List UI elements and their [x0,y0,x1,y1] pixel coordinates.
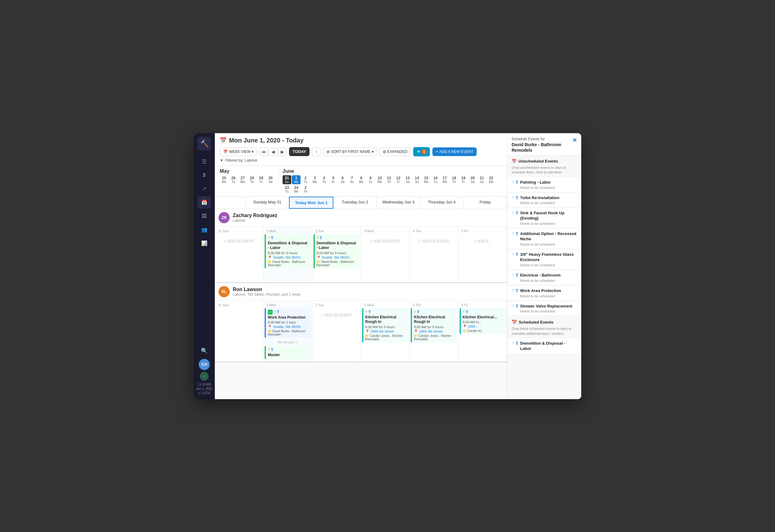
unscheduled-event-sink[interactable]: ⠿ T Sink & Faucet Hook Up (Existing) Nee… [507,208,581,228]
sidebar-item-dollar[interactable]: $ [197,169,211,181]
check-status[interactable]: ✓ [200,372,209,381]
unscheduled-event-niche[interactable]: ⠿ T Additional Option - Recessed Niche N… [507,229,581,249]
unscheduled-event-glass[interactable]: ⠿ T 3/8" Heavy Frameless Glass Enclosure… [507,249,581,270]
june-day-21[interactable]: 21Su [478,175,486,184]
june-day-24[interactable]: 24We [292,185,300,194]
drag-dots-icon: ⠿ [414,310,416,314]
june-day-10[interactable]: 10We [375,175,384,184]
sidebar-item-image[interactable]: 🖼 [197,210,211,222]
sort-button[interactable]: ⊞ SORT BY FIRST NAME ▾ [323,147,377,156]
june-day-7[interactable]: 7Su [347,175,356,184]
ron-event-protection-mon[interactable]: ✓ ⠿ T Work Area Protection 8:00 AM for 1… [265,308,310,338]
june-day-11[interactable]: 11Th [385,175,394,184]
sidebar-item-people[interactable]: 👥 [197,223,211,236]
ron-event-kitchen-wed[interactable]: ⠿ T Kitchen Electrical Rough In 8:00 AM … [362,308,408,343]
may-day-27[interactable]: 27We [238,175,247,184]
nav-first-button[interactable]: ⏮ [259,147,268,156]
event-name: Sink & Faucet Hook Up (Existing) [520,210,577,221]
thirty-min-button[interactable]: 30 minutes + [265,339,310,345]
day-num-mon: 1 Mon [265,228,310,234]
plus-icon: + [436,149,438,154]
expanded-button[interactable]: ⊞ EXPANDED [379,147,411,156]
nav-next-button[interactable]: ▶ [278,147,286,156]
sidebar-item-chart[interactable]: 📊 [197,237,211,249]
event-name: Painting - Labor [520,180,555,185]
may-day-26[interactable]: 26Tu [229,175,238,184]
task-type-icon: T [516,231,519,236]
chart-icon: 📊 [201,240,207,246]
search-icon[interactable]: 🔍 [198,345,210,357]
unscheduled-event-toilet[interactable]: ⠿ T Toilet Re-Installation Needs to be s… [507,193,581,208]
ron-event-kitchen-thu[interactable]: ⠿ T Kitchen Electrical Rough In 8:00 AM … [411,308,457,343]
zachary-event-project-mon: 📁 David Burke - Bathroom Remodel~ [268,260,308,267]
zachary-add-event-sun[interactable]: + ADD AN EVENT [216,236,262,246]
app-logo[interactable]: 🔨 [197,137,211,150]
sort-icon-button[interactable]: ↕ [312,147,321,156]
header-title-row: 📅 Mon June 1, 2020 - Today [220,137,502,144]
filter-badge: 1 [422,149,427,154]
add-event-header-button[interactable]: + ADD A NEW EVENT [433,147,477,156]
ron-days: 31 Sun 1 Mon ✓ ⠿ T Work Area Protection [215,301,507,362]
zachary-event-demolition-tue[interactable]: ⠿ T Demolition & Disposal - Labor 8:00 A… [313,234,359,269]
unscheduled-event-electrical[interactable]: ⠿ T Electrical - Bathroom Needs to be sc… [507,270,581,285]
zachary-day-thu: 4 Thu + ADD AN EVENT [410,227,458,283]
june-day-14[interactable]: 14Su [413,175,421,184]
sidebar-item-calendar[interactable]: 📅 [197,196,211,209]
unscheduled-event-shower[interactable]: ⠿ T Shower Valve Replacement Needs to be… [507,301,581,316]
june-day-13[interactable]: 13Sa [403,175,412,184]
may-days-grid: 25Mo 26Tu 27We 28Th 29Fr 30Sa [220,175,275,184]
task-type-icon: T [516,273,519,278]
june-day-2b[interactable]: 2Th [301,185,310,194]
zachary-info: Zachary Rodriguez Laborer [233,213,277,223]
june-day-22[interactable]: 22Mo [487,175,496,184]
ron-event-kitchen-fri[interactable]: ⠿ T Kitchen Electrical... 8:00 AM fo... … [460,308,506,335]
unscheduled-event-painting[interactable]: ⠿ T Painting - Labor Needs to be schedul… [507,177,581,192]
filter-button[interactable]: ▼ 1 [413,147,430,156]
week-view-button[interactable]: 📅 WEEK VIEW ▾ [220,147,257,156]
zachary-add-event-thu[interactable]: + ADD AN EVENT [411,236,457,246]
close-button[interactable]: ✕ [572,137,577,144]
ron-event-kitchen-location-thu: 📍 2866 5th Street [414,330,455,334]
sidebar-item-list[interactable]: ☰ [197,155,211,168]
june-day-20[interactable]: 20Sa [468,175,477,184]
june-day-3[interactable]: 3We [310,175,319,184]
may-day-25[interactable]: 25Mo [220,175,228,184]
june-day-15[interactable]: 15Mo [422,175,431,184]
june-day-2[interactable]: 2Tu [301,175,310,184]
scheduled-event-demolition[interactable]: ⠿ T Demolition & Disposal - Labor [507,339,581,354]
today-button[interactable]: TODAY [289,147,309,156]
june-day-16[interactable]: 16Tu [431,175,440,184]
june-day-5[interactable]: 5Fr [329,175,338,184]
nav-prev-button[interactable]: ◀ [269,147,277,156]
unscheduled-event-protection[interactable]: ⠿ T Work Area Protection Needs to be sch… [507,286,581,301]
task-type-icon: T [516,180,519,185]
june-day-4[interactable]: 4Th [320,175,328,184]
zachary-event-demolition-mon[interactable]: ⠿ T Demolition & Disposal - Labor 8:00 A… [265,234,310,269]
zachary-add-event-fri[interactable]: + ADD A... [460,236,506,246]
june-day-9[interactable]: 9Tu [366,175,375,184]
june-day-23[interactable]: 23Tu [282,185,291,194]
ron-event-kitchen-project-thu: 📁 Carolyn Jones - Kitchen Remodels [414,334,455,341]
may-day-30[interactable]: 30Sa [266,175,275,184]
ron-add-event-tue[interactable]: + ADD AN EVENT [313,311,359,320]
june-day-1[interactable]: 1Mo [292,175,300,184]
right-panel: Schedule Events for David Burke - Bathro… [507,133,581,399]
ron-event-master-mon[interactable]: ⠿ T Master [265,346,310,359]
nav-arrows: ⏮ ◀ ▶ [259,147,286,156]
june-day-31[interactable]: 31Su [282,175,291,184]
june-day-8[interactable]: 8Mo [357,175,365,184]
june-day-17[interactable]: 17We [441,175,449,184]
zachary-day-fri: 5 Fri + ADD A... [459,227,507,283]
june-day-12[interactable]: 12Fr [394,175,403,184]
user-avatar[interactable]: CH [199,359,210,370]
sidebar-item-export[interactable]: ↗ [197,183,211,195]
zachary-day-sun: 31 Sun + ADD AN EVENT [215,227,263,283]
may-day-29[interactable]: 29Fr [257,175,265,184]
june-day-19[interactable]: 19Fr [459,175,468,184]
may-day-28[interactable]: 28Th [247,175,256,184]
check-completed-icon: ✓ [268,310,273,315]
june-day-18[interactable]: 18Th [450,175,459,184]
june-day-6[interactable]: 6Sa [338,175,347,184]
day-header-wed: Wednesday Jun 3 [377,197,420,209]
zachary-add-event-wed[interactable]: + ADD AN EVENT [362,236,408,246]
